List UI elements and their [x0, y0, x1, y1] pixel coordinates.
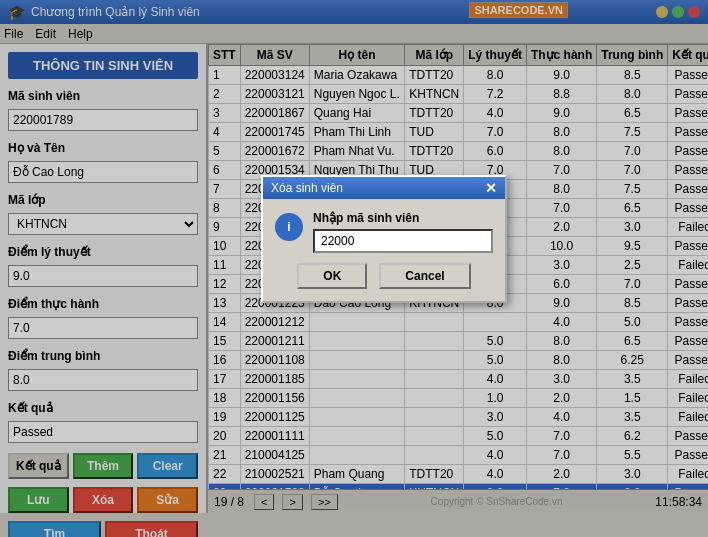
dialog-content: Nhập mã sinh viên — [313, 211, 493, 253]
dialog-btn-row: OK Cancel — [275, 263, 493, 289]
dialog-ok-button[interactable]: OK — [297, 263, 367, 289]
dialog-body: i Nhập mã sinh viên OK Cancel — [263, 199, 505, 301]
xoa-dialog: Xóa sinh viên ✕ i Nhập mã sinh viên OK C… — [261, 175, 507, 303]
dialog-title: Xóa sinh viên — [271, 181, 343, 195]
dialog-close-button[interactable]: ✕ — [485, 181, 497, 195]
dialog-titlebar: Xóa sinh viên ✕ — [263, 177, 505, 199]
info-icon: i — [275, 213, 303, 241]
dialog-label: Nhập mã sinh viên — [313, 211, 493, 225]
dialog-info-row: i Nhập mã sinh viên — [275, 211, 493, 253]
dialog-overlay: Xóa sinh viên ✕ i Nhập mã sinh viên OK C… — [0, 0, 708, 537]
dialog-input[interactable] — [313, 229, 493, 253]
dialog-cancel-button[interactable]: Cancel — [379, 263, 470, 289]
